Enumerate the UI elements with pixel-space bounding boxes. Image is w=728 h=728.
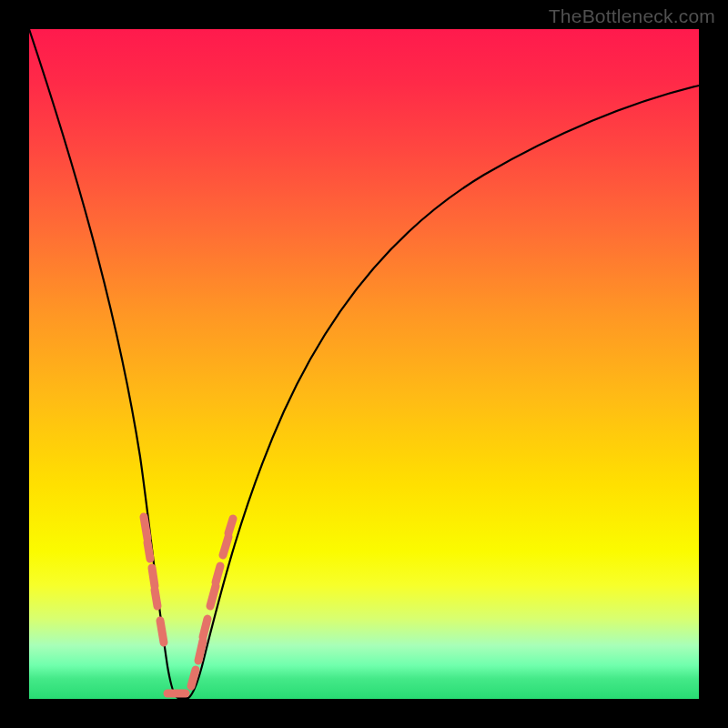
- watermark-text: TheBottleneck.com: [549, 5, 715, 27]
- plot-gradient-background: [29, 29, 699, 699]
- chart-frame: TheBottleneck.com: [0, 0, 728, 728]
